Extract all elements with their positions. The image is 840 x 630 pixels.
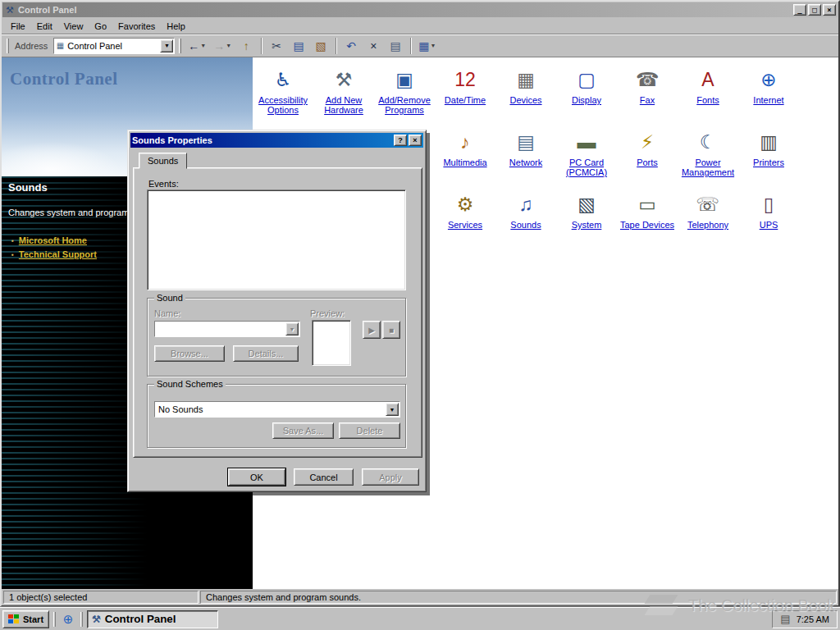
icon-devices[interactable]: ▦ Devices [496, 66, 555, 128]
address-folder-icon: ▦ [54, 41, 66, 50]
play-button[interactable]: ▶ [363, 321, 381, 339]
window-title: Control Panel [18, 5, 793, 15]
icon-label: Sounds [510, 220, 541, 230]
icon-telephony[interactable]: ☏ Telephony [678, 190, 737, 253]
menu-help[interactable]: Help [161, 20, 191, 33]
menu-edit[interactable]: Edit [31, 20, 58, 33]
quick-launch-icon[interactable]: ⊕ [60, 611, 76, 628]
bullet-icon: ▪ [11, 237, 14, 244]
icon-ports[interactable]: ⚡ Ports [618, 128, 677, 190]
taskbar-grip-2[interactable] [80, 612, 83, 627]
sound-name-combobox[interactable]: ▼ [154, 321, 300, 337]
back-button[interactable]: ← ▼ [185, 37, 208, 55]
icon-accessibility-options[interactable]: ♿ Accessibility Options [253, 66, 313, 128]
copy-button[interactable]: ▤ [289, 37, 308, 55]
address-dropdown-button[interactable]: ▼ [160, 39, 173, 52]
menu-view[interactable]: View [58, 20, 89, 33]
ok-button[interactable]: OK [228, 468, 285, 486]
icon-label: Tape Devices [620, 220, 674, 230]
icon-system[interactable]: ▧ System [557, 190, 616, 253]
pc-card-icon: ▬ [573, 128, 600, 156]
taskbar-grip[interactable] [53, 612, 56, 627]
toolbar-grip-2[interactable] [179, 39, 181, 53]
icon-add-remove-programs[interactable]: ▣ Add/Remove Programs [375, 66, 434, 128]
cancel-button[interactable]: Cancel [294, 468, 354, 486]
apply-button[interactable]: Apply [362, 468, 419, 486]
status-selection: 1 object(s) selected [3, 591, 199, 604]
icon-sounds[interactable]: ♫ Sounds [496, 190, 555, 253]
window-titlebar[interactable]: ⚒ Control Panel _ □ × [2, 2, 838, 17]
add-new-hardware-icon: ⚒ [330, 66, 358, 94]
scheme-combobox[interactable]: No Sounds ▼ [154, 401, 400, 418]
sound-name-dropdown-button[interactable]: ▼ [285, 322, 299, 336]
address-combobox[interactable]: ▦ Control Panel ▼ [53, 38, 175, 54]
name-label: Name: [154, 308, 180, 318]
events-listbox[interactable] [147, 189, 406, 290]
undo-button[interactable]: ↶ [341, 37, 361, 55]
tape-devices-icon: ▭ [633, 190, 661, 218]
icon-multimedia[interactable]: ♪ Multimedia [436, 128, 495, 190]
dialog-titlebar[interactable]: Sounds Properties ? × [130, 133, 423, 148]
save-as-button[interactable]: Save As... [272, 422, 334, 439]
up-button[interactable]: ↑ [236, 37, 256, 55]
icon-tape-devices[interactable]: ▭ Tape Devices [618, 190, 677, 253]
delete-button[interactable]: × [363, 37, 383, 55]
views-button[interactable]: ▦ ▼ [416, 37, 438, 55]
views-dropdown-icon: ▼ [430, 43, 436, 48]
menu-file[interactable]: File [5, 20, 31, 33]
icon-printers[interactable]: ▥ Printers [739, 128, 798, 190]
internet-globe-icon: ⊕ [755, 66, 783, 94]
stop-icon: ■ [389, 326, 394, 335]
tab-sounds[interactable]: Sounds [139, 153, 187, 169]
icon-pc-card[interactable]: ▬ PC Card (PCMCIA) [557, 128, 616, 190]
system-computer-icon: ▧ [573, 190, 600, 218]
icon-add-new-hardware[interactable]: ⚒ Add New Hardware [314, 66, 373, 128]
scheme-dropdown-button[interactable]: ▼ [386, 403, 399, 416]
icon-label: Internet [753, 95, 783, 105]
icon-fonts[interactable]: A Fonts [678, 66, 737, 128]
microsoft-home-link[interactable]: Microsoft Home [19, 235, 87, 245]
menu-go[interactable]: Go [89, 20, 112, 33]
icon-label: Add/Remove Programs [375, 95, 434, 115]
forward-icon: → [213, 39, 225, 52]
menu-favorites[interactable]: Favorites [112, 20, 161, 33]
task-button-control-panel[interactable]: ⚒ Control Panel [87, 610, 218, 628]
icon-date-time[interactable]: 12 Date/Time [436, 66, 495, 128]
stop-button[interactable]: ■ [382, 321, 400, 339]
status-description: Changes system and program sounds. [200, 591, 837, 604]
back-dropdown-icon: ▼ [200, 43, 206, 48]
icon-internet[interactable]: ⊕ Internet [739, 66, 798, 128]
browse-button[interactable]: Browse... [154, 345, 225, 362]
icon-display[interactable]: ▢ Display [557, 66, 616, 128]
icon-label: Date/Time [445, 95, 486, 105]
toolbar-grip[interactable] [7, 39, 9, 53]
back-icon: ← [188, 39, 199, 52]
multimedia-icon: ♪ [451, 128, 479, 156]
tray-status-icon[interactable]: ▤ [780, 613, 790, 625]
icon-label: Printers [753, 158, 784, 167]
printers-icon: ▥ [755, 128, 783, 156]
icon-network[interactable]: ▤ Network [496, 128, 555, 190]
properties-button[interactable]: ▤ [386, 37, 405, 55]
sound-schemes-label: Sound Schemes [154, 379, 226, 389]
clock[interactable]: 7:25 AM [797, 614, 829, 624]
close-button[interactable]: × [823, 4, 836, 16]
task-label: Control Panel [105, 613, 176, 625]
copy-icon: ▤ [294, 39, 304, 52]
icon-services[interactable]: ⚙ Services [436, 190, 495, 253]
icon-ups[interactable]: ▯ UPS [739, 190, 798, 253]
icon-power-management[interactable]: ☾ Power Management [678, 128, 737, 190]
details-button[interactable]: Details... [233, 345, 299, 362]
maximize-button[interactable]: □ [808, 4, 821, 16]
technical-support-link[interactable]: Technical Support [19, 249, 97, 259]
start-button[interactable]: Start [2, 610, 49, 628]
dialog-close-button[interactable]: × [409, 135, 422, 146]
cut-button[interactable]: ✂ [267, 37, 286, 55]
forward-button[interactable]: → ▼ [211, 37, 234, 55]
paste-button[interactable]: ▧ [311, 37, 331, 55]
icon-fax[interactable]: ☎ Fax [618, 66, 677, 128]
minimize-button[interactable]: _ [793, 4, 806, 16]
telephony-phone-icon: ☏ [694, 190, 722, 218]
delete-scheme-button[interactable]: Delete [339, 422, 400, 439]
dialog-help-button[interactable]: ? [394, 135, 407, 146]
